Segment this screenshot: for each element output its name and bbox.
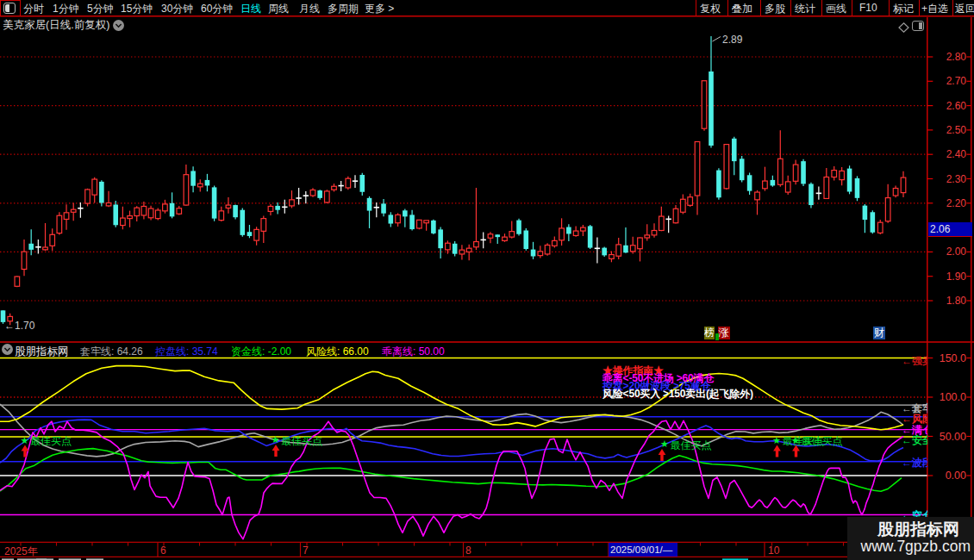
- stock-title: 美克家居(日线.前复权): [3, 18, 109, 33]
- period-tab-多周期[interactable]: 多周期: [328, 2, 359, 16]
- toolbar-separator: [919, 0, 920, 16]
- event-mark-财[interactable]: 财: [873, 327, 885, 339]
- toolbar-separator: [760, 0, 761, 16]
- time-label: 8: [465, 544, 471, 557]
- level-label-波段: ←波段: [902, 456, 927, 470]
- level-label-强卖: ←强卖: [902, 355, 927, 369]
- price-label: 2.60: [937, 100, 966, 112]
- level-label-安全: ←安全: [902, 433, 927, 448]
- toolbar-button-标记[interactable]: 标记: [893, 2, 914, 16]
- buy-point-label: 最佳买点: [671, 439, 712, 453]
- buy-point-star: ★: [660, 439, 669, 450]
- high-price-annotation: 2.89: [722, 34, 742, 46]
- toolbar-separator: [821, 0, 822, 16]
- price-label: 2.20: [937, 197, 966, 209]
- last-price-box: 2.06: [928, 222, 972, 237]
- toolbar: 分时1分钟5分钟15分钟30分钟60分钟日线周线月线多周期更多 > 复权叠加多股…: [0, 0, 974, 16]
- panel-level-labels: ←强卖←套牢←风险←满仓←安全←波段←空仓: [902, 355, 927, 542]
- time-label: 6: [160, 544, 166, 557]
- price-label: 2.00: [937, 246, 966, 258]
- toolbar-separator: [952, 0, 953, 16]
- indicator-value: 套牢线: 64.26: [80, 345, 143, 359]
- panel-split-icon-fill: [919, 22, 922, 29]
- guide-line: 风险<50买入 >150卖出(起飞除外): [603, 387, 753, 401]
- price-label: 1.90: [937, 271, 966, 283]
- title-dropdown-icon[interactable]: [113, 20, 124, 31]
- buy-point-label: 最佳买点: [802, 434, 843, 449]
- period-tab-60分钟[interactable]: 60分钟: [201, 2, 233, 16]
- toolbar-button-F10[interactable]: F10: [859, 2, 877, 14]
- event-mark-涨[interactable]: 涨: [718, 327, 730, 339]
- toolbar-button-统计[interactable]: 统计: [795, 2, 815, 16]
- panel-split-icon[interactable]: [912, 21, 924, 31]
- toolbar-button-画线[interactable]: 画线: [826, 2, 846, 16]
- event-mark-榜[interactable]: 榜: [704, 327, 715, 339]
- price-label: 2.70: [937, 75, 966, 87]
- time-label: 10: [768, 544, 779, 557]
- toolbar-separator: [852, 0, 852, 16]
- period-tab-1分钟[interactable]: 1分钟: [53, 2, 79, 16]
- period-tab-15分钟[interactable]: 15分钟: [121, 2, 153, 16]
- period-tab-5分钟[interactable]: 5分钟: [87, 2, 114, 16]
- layout-split-icon[interactable]: [3, 3, 16, 14]
- indicator-axis-label: 0.00: [937, 470, 966, 482]
- indicator-value: 风险线: 66.00: [306, 345, 369, 359]
- indicator-value: 控盘线: 35.74: [155, 345, 218, 359]
- low-price-annotation: ←1.70: [4, 320, 34, 332]
- toolbar-button-返回[interactable]: 返回: [955, 2, 974, 16]
- price-label: 2.30: [937, 173, 966, 185]
- toolbar-button-+自选[interactable]: +自选: [921, 2, 948, 16]
- price-label: 2.40: [937, 148, 966, 160]
- period-tab-日线[interactable]: 日线: [240, 2, 261, 16]
- indicator-source: 股朋指标网: [15, 345, 69, 359]
- buy-point-star: ★: [272, 434, 280, 445]
- event-mark-green: [715, 333, 719, 340]
- indicator-collapse-icon[interactable]: [2, 344, 13, 355]
- buy-point-star: ★: [791, 435, 800, 446]
- indicator-value: 资金线: -2.00: [231, 345, 291, 359]
- indicator-axis-label: 150.0: [937, 352, 966, 364]
- indicator-axis-label: 100.0: [937, 391, 966, 403]
- toolbar-button-多股[interactable]: 多股: [765, 2, 785, 16]
- buy-point-label: 最佳买点: [30, 434, 72, 449]
- layout-split-icon-fill: [5, 4, 9, 12]
- period-tab-周线[interactable]: 周线: [268, 2, 289, 16]
- price-label: 2.50: [937, 124, 966, 136]
- branding-url: www.7gpzb.com: [861, 538, 971, 556]
- buy-point-star: ★: [772, 435, 781, 446]
- toolbar-separator: [790, 0, 791, 16]
- toolbar-separator: [727, 0, 728, 16]
- diamond-icon[interactable]: [898, 21, 909, 36]
- chart-canvas: [0, 0, 974, 560]
- time-label: 7: [303, 544, 309, 557]
- period-tab-更多 >[interactable]: 更多 >: [365, 2, 394, 16]
- period-tab-分时[interactable]: 分时: [23, 2, 44, 16]
- stock-app-window: 分时1分钟5分钟15分钟30分钟60分钟日线周线月线多周期更多 > 复权叠加多股…: [0, 0, 974, 560]
- period-tab-月线[interactable]: 月线: [299, 2, 320, 16]
- price-label: 2.80: [937, 51, 966, 63]
- buy-point-label: 最佳买点: [281, 434, 322, 449]
- time-label: 2025年: [4, 544, 38, 559]
- time-label: 2025/09/01/—: [610, 544, 672, 555]
- indicator-value: 乖离线: 50.00: [382, 345, 445, 359]
- toolbar-button-复权[interactable]: 复权: [700, 2, 721, 16]
- period-tab-30分钟[interactable]: 30分钟: [161, 2, 193, 16]
- toolbar-button-叠加[interactable]: 叠加: [732, 2, 752, 16]
- branding-panel: 股朋指标网 www.7gpzb.com: [847, 517, 974, 560]
- toolbar-separator: [696, 0, 696, 16]
- buy-point-star: ★: [21, 435, 29, 446]
- indicator-axis-label: 50.00: [937, 431, 966, 443]
- price-label: 1.80: [937, 295, 966, 307]
- toolbar-separator: [889, 0, 890, 16]
